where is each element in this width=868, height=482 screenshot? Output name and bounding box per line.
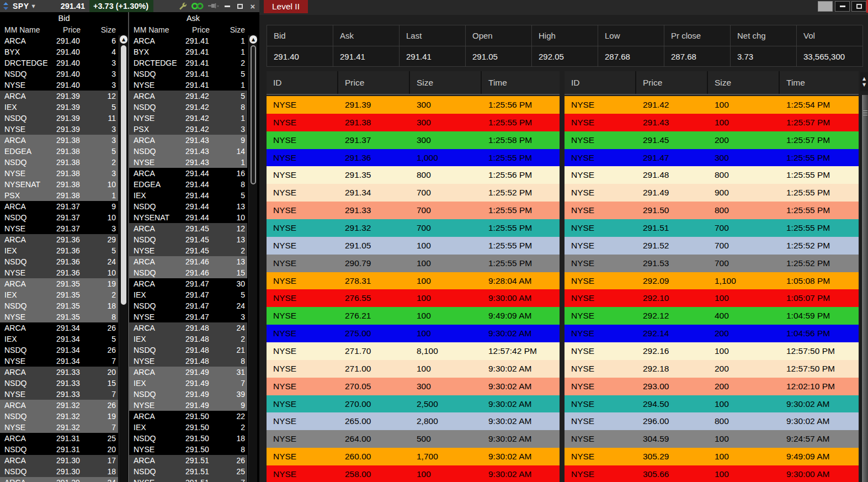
bid-row[interactable]: ARCA291.3519 — [0, 278, 118, 289]
bid-row[interactable]: EDGEA291.385 — [0, 146, 118, 157]
bid-scroll-thumb[interactable] — [121, 45, 126, 305]
tape-row[interactable]: NYSE291.499001:25:55 PM — [565, 184, 859, 202]
bid-row[interactable]: ARCA291.3320 — [0, 367, 118, 378]
ask-row[interactable]: NSDQ291.4615 — [129, 267, 247, 278]
ask-row[interactable]: NSDQ291.5125 — [129, 466, 247, 477]
ask-row[interactable]: NYSE291.431 — [129, 157, 247, 168]
tape-row[interactable]: NYSE305.661009:30:00 AM — [565, 465, 859, 482]
ask-row[interactable]: NYSE291.473 — [129, 311, 247, 322]
ask-row[interactable]: ARCA291.5022 — [129, 411, 247, 422]
ask-row[interactable]: NYSE291.411 — [129, 80, 247, 91]
bid-row[interactable]: BYX291.404 — [0, 46, 118, 57]
tape-row[interactable]: NYSE296.008009:30:02 AM — [565, 412, 859, 430]
bid-scrollbar[interactable]: ▲ — [119, 35, 127, 482]
tape-row[interactable]: NYSE304.591009:24:57 AM — [565, 430, 859, 448]
ask-row[interactable]: NSDQ291.4821 — [129, 345, 247, 356]
window-extra-button[interactable] — [818, 1, 833, 12]
ask-row[interactable]: IEX291.475 — [129, 289, 247, 300]
ask-row[interactable]: NSDQ291.5018 — [129, 433, 247, 444]
bid-row[interactable]: PSX291.381 — [0, 190, 118, 201]
ask-row[interactable]: NSDQ291.4939 — [129, 389, 247, 400]
tape-row[interactable]: NYSE270.002,5009:30:02 AM — [267, 395, 560, 413]
bid-row[interactable]: ARCA291.379 — [0, 201, 118, 212]
bid-row[interactable]: ARCA291.3125 — [0, 433, 118, 444]
tape-row[interactable]: NYSE291.327001:25:55 PM — [267, 219, 560, 237]
bid-row[interactable]: ARCA291.383 — [0, 135, 118, 146]
ask-row[interactable]: ARCA291.4416 — [129, 168, 247, 179]
tape-column-header[interactable]: Time — [482, 71, 560, 94]
tape-scroll-thumb-grip[interactable] — [863, 110, 867, 116]
ask-row[interactable]: ARCA291.5126 — [129, 455, 247, 466]
bid-row[interactable]: NYSE291.383 — [0, 168, 118, 179]
minimize-button[interactable] — [223, 2, 232, 10]
bid-row[interactable]: ARCA291.3426 — [0, 322, 118, 333]
tape-row[interactable]: NYSE292.124001:04:59 PM — [565, 307, 859, 325]
bid-row[interactable]: ARCA291.2924 — [0, 477, 118, 482]
ask-row[interactable]: BYX291.411 — [129, 46, 247, 57]
ask-row[interactable]: NSDQ291.415 — [129, 68, 247, 80]
tape-row[interactable]: NYSE276.551009:30:00 AM — [267, 289, 560, 307]
bid-row[interactable]: NSDQ291.403 — [0, 68, 118, 80]
tape-row[interactable]: NYSE291.373001:25:58 PM — [267, 131, 560, 149]
tape-row[interactable]: NYSE291.473001:25:55 PM — [565, 149, 859, 167]
bid-row[interactable]: NYSENAT291.3810 — [0, 179, 118, 190]
bid-row[interactable]: IEX291.345 — [0, 333, 118, 345]
tape-column-header[interactable]: ID — [565, 71, 636, 94]
tape-row[interactable]: NYSE291.393001:25:56 PM — [267, 96, 560, 114]
ask-row[interactable]: NYSE291.508 — [129, 444, 247, 455]
tape-row[interactable]: NYSE260.001,7009:30:02 AM — [267, 448, 560, 465]
bid-row[interactable]: ARCA291.3226 — [0, 400, 118, 411]
tape-row[interactable]: NYSE291.488001:25:55 PM — [565, 166, 859, 184]
ask-scrollbar[interactable]: ▲ — [248, 35, 257, 482]
tape-row[interactable]: NYSE270.053009:30:02 AM — [267, 378, 560, 395]
tape-row[interactable]: NYSE291.517001:25:55 PM — [565, 219, 859, 237]
tape-row[interactable]: NYSE292.142001:04:56 PM — [565, 325, 859, 342]
ask-row[interactable]: PSX291.423 — [129, 124, 247, 135]
tape-row[interactable]: NYSE291.358001:25:56 PM — [267, 166, 560, 184]
ask-row[interactable]: NSDQ291.4513 — [129, 234, 247, 245]
ask-row[interactable]: ARCA291.411 — [129, 35, 247, 46]
ask-row[interactable]: EDGEA291.448 — [129, 179, 247, 190]
tape-column-header[interactable]: Size — [410, 71, 482, 94]
pin-icon[interactable] — [208, 3, 219, 10]
tape-row[interactable]: NYSE290.791001:25:55 PM — [267, 255, 560, 272]
bid-row[interactable]: NYSE291.393 — [0, 124, 118, 135]
tape-row[interactable]: NYSE292.101001:05:07 PM — [565, 289, 859, 307]
bid-row[interactable]: NSDQ291.3710 — [0, 212, 118, 223]
tape-row[interactable]: NYSE275.001009:30:02 AM — [267, 325, 560, 342]
tape-row[interactable]: NYSE292.1820012:57:50 PM — [565, 360, 859, 378]
tape-row[interactable]: NYSE291.537001:25:52 PM — [565, 255, 859, 272]
ask-row[interactable]: ARCA291.439 — [129, 135, 247, 146]
bid-row[interactable]: NSDQ291.3518 — [0, 300, 118, 311]
tape-row[interactable]: NYSE291.452001:25:57 PM — [565, 131, 859, 149]
ask-scroll-up-icon[interactable]: ▲ — [249, 35, 257, 44]
tape-row[interactable]: NYSE291.508001:25:55 PM — [565, 202, 859, 219]
ask-row[interactable]: NYSE291.499 — [129, 400, 247, 411]
bid-row[interactable]: NSDQ291.3018 — [0, 466, 118, 477]
tape-column-header[interactable]: Size — [708, 71, 780, 94]
symbol-dropdown-caret[interactable]: ▼ — [32, 4, 35, 9]
ask-row[interactable]: ARCA291.4512 — [129, 223, 247, 234]
tape-row[interactable]: NYSE292.1610012:57:50 PM — [565, 342, 859, 360]
spinner-up-icon[interactable]: ▲ — [862, 77, 866, 81]
tape-row[interactable]: NYSE291.337001:25:55 PM — [267, 202, 560, 219]
wrench-icon[interactable] — [179, 2, 187, 10]
ask-row[interactable]: ARCA291.4931 — [129, 367, 247, 378]
tape-row[interactable]: NYSE291.431001:25:57 PM — [565, 114, 859, 131]
ask-row[interactable]: NSDQ291.428 — [129, 102, 247, 113]
ask-row[interactable]: NSDQ291.4413 — [129, 201, 247, 212]
ask-scroll-thumb[interactable] — [251, 45, 256, 184]
ask-row[interactable]: ARCA291.4824 — [129, 322, 247, 333]
link-icon[interactable] — [191, 2, 204, 10]
tape-row[interactable]: NYSE291.527001:25:52 PM — [565, 237, 859, 255]
bid-row[interactable]: IEX291.365 — [0, 245, 118, 256]
ask-row[interactable]: IEX291.502 — [129, 422, 247, 433]
bid-row[interactable]: ARCA291.3629 — [0, 234, 118, 245]
tape-row[interactable]: NYSE294.501009:30:02 AM — [565, 395, 859, 413]
tape-row[interactable]: NYSE293.0020012:02:10 PM — [565, 378, 859, 395]
ask-row[interactable]: NSDQ291.4314 — [129, 146, 247, 157]
tape-column-header[interactable]: Time — [780, 71, 859, 94]
bid-row[interactable]: NYSE291.337 — [0, 389, 118, 400]
bid-row[interactable]: NYSE291.403 — [0, 80, 118, 91]
tape-row[interactable]: NYSE305.291009:49:09 AM — [565, 448, 859, 465]
